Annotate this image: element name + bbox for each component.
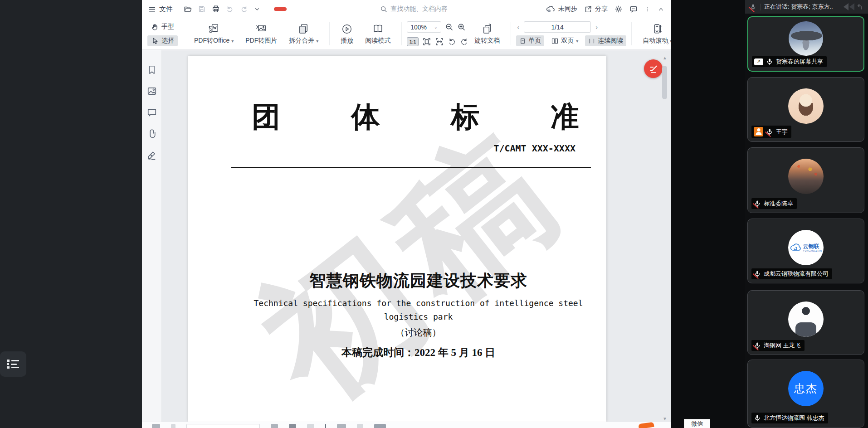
gear-icon[interactable] [614, 5, 623, 13]
wps-pdf-window: 文件 查找功能、文档内容 未同步 分享 [142, 0, 671, 428]
status-icon-stub [152, 424, 160, 428]
save-icon[interactable] [198, 5, 206, 13]
pdf-to-image-icon [255, 23, 268, 35]
redo-icon[interactable] [240, 5, 248, 13]
outline-panel-button[interactable] [0, 351, 26, 377]
participant-name: 王宇 [776, 128, 788, 136]
rotate-document-button[interactable]: 旋转文档 [468, 20, 506, 47]
search-placeholder: 查找功能、文档内容 [390, 5, 448, 13]
print-icon[interactable] [212, 5, 220, 13]
desktop-gap: 微信 [671, 0, 745, 428]
participant-tile[interactable]: 淘钢网 王龙飞 [747, 290, 864, 355]
participant-tag: 标准委陈卓 [751, 198, 797, 209]
search-box[interactable]: 查找功能、文档内容 [380, 5, 455, 13]
toolbar-expand-arrow[interactable]: › [667, 40, 669, 46]
signature-pen-icon[interactable] [147, 150, 157, 160]
participant-tile[interactable]: 云钢联 YUNGANGLIAN 成都云钢联物流有限公司 [747, 219, 864, 283]
ribbon-tabs [274, 7, 360, 11]
next-page-button[interactable]: › [595, 23, 599, 31]
avatar: 云钢联 YUNGANGLIAN [788, 230, 824, 265]
scroll-up-arrow[interactable]: ▲ [663, 55, 667, 60]
zoom-level-select[interactable]: 100% ⌄ [407, 21, 441, 33]
rotate-document-label: 旋转文档 [474, 37, 500, 45]
logo-subtext: YUNGANGLIAN [803, 250, 822, 252]
fit-page-icon[interactable] [422, 37, 431, 46]
dropdown-caret: ▾ [231, 39, 234, 44]
split-merge-icon [297, 23, 310, 35]
my-mic-muted-icon[interactable] [750, 4, 756, 10]
document-subtitle-en-1: Technical specifications for the constru… [220, 298, 606, 308]
open-folder-icon[interactable] [184, 5, 192, 13]
auto-scroll-button[interactable]: 自动滚动 ▾ [637, 20, 671, 47]
participant-tile[interactable]: 标准委陈卓 [747, 147, 864, 213]
attachment-icon[interactable] [147, 129, 157, 139]
chevron-down-icon[interactable] [254, 6, 260, 12]
mic-icon [766, 58, 773, 65]
actual-size-button[interactable]: 1:1 [407, 37, 419, 46]
select-tool-button[interactable]: 选择 [147, 35, 178, 46]
participant-tile[interactable]: 王宇 [747, 77, 864, 142]
edit-pdf-fab[interactable] [644, 59, 663, 78]
page-indicator[interactable]: 1/14 [524, 21, 591, 33]
hand-tool-button[interactable]: 手型 [147, 21, 178, 32]
reading-mode-button[interactable]: 阅读模式 [359, 20, 396, 47]
company-logo: 云钢联 YUNGANGLIAN [790, 243, 822, 252]
scroll-down-arrow[interactable]: ▼ [663, 416, 667, 421]
file-menu[interactable]: 文件 [148, 5, 173, 14]
undo-icon[interactable] [226, 5, 234, 13]
prev-page-button[interactable]: ‹ [516, 23, 520, 31]
file-menu-label: 文件 [159, 5, 173, 14]
status-icon-stub [337, 424, 346, 428]
single-page-button[interactable]: 单页 [516, 35, 544, 46]
wechat-tooltip: 微信 [684, 419, 710, 428]
avatar-initials: 忠杰 [794, 381, 818, 396]
participant-tag: 成都云钢联物流有限公司 [751, 268, 832, 279]
reply-arrow-icon[interactable] [855, 3, 863, 10]
avatar [789, 21, 823, 56]
vertical-scrollbar-thumb[interactable] [662, 66, 667, 99]
status-bar-partial [142, 422, 671, 428]
comment-icon[interactable] [147, 107, 157, 117]
pdf-to-image-label: PDF转图片 [245, 37, 277, 45]
zoom-level-value: 100% [410, 24, 427, 31]
share-icon[interactable] [584, 5, 592, 13]
screen: 文件 查找功能、文档内容 未同步 分享 [0, 0, 868, 428]
mic-icon [766, 128, 773, 136]
panel-collapse-icon-2[interactable] [849, 3, 854, 10]
draft-label: （讨论稿） [220, 326, 606, 339]
participant-tag: 北方恒达物流园 韩忠杰 [751, 413, 828, 423]
list-icon [7, 358, 19, 370]
rotate-cw-icon[interactable] [460, 38, 468, 46]
more-kebab-icon[interactable] [644, 5, 651, 13]
panel-collapse-icon[interactable] [844, 3, 848, 10]
double-page-button[interactable]: 双页 ▾ [548, 35, 581, 46]
split-merge-button[interactable]: 拆分合并 ▾ [283, 20, 324, 47]
single-page-icon [519, 38, 526, 44]
avatar: 忠杰 [788, 371, 824, 406]
document-area[interactable]: 初稿 团 体 标 准 T/CAMT XXX-XXXX 智慧钢铁物流园建设技术要求… [162, 50, 671, 422]
fit-width-icon[interactable] [435, 37, 444, 46]
pdf-to-office-button[interactable]: PDF转Office ▾ [188, 20, 239, 47]
collapse-ribbon-icon[interactable] [658, 6, 664, 13]
participant-tile[interactable]: ↗ 贺宗春的屏幕共享 [747, 16, 864, 72]
screen-share-badge: ↗ [754, 58, 763, 65]
zoom-out-icon[interactable] [445, 23, 454, 31]
rotate-ccw-icon[interactable] [448, 38, 456, 46]
participant-name: 北方恒达物流园 韩忠杰 [764, 414, 824, 422]
double-page-label: 双页 [561, 37, 574, 45]
image-icon[interactable] [147, 86, 157, 96]
cloud-sync-icon[interactable] [546, 5, 556, 13]
play-button[interactable]: 播放 [335, 20, 359, 47]
zoom-in-icon[interactable] [457, 23, 466, 31]
status-icon-stub [289, 424, 296, 428]
participant-name: 淘钢网 王龙飞 [764, 341, 801, 350]
status-icon-stub [325, 424, 326, 428]
ribbon-tab[interactable] [274, 7, 287, 11]
member-badge [754, 127, 763, 136]
bookmark-icon[interactable] [147, 65, 157, 75]
participant-tile[interactable]: 忠杰 [747, 360, 864, 428]
continuous-reading-button[interactable]: 连续阅读 [585, 35, 626, 46]
feedback-chat-icon[interactable] [629, 5, 638, 13]
pdf-to-image-button[interactable]: PDF转图片 [239, 20, 283, 47]
hand-icon [151, 23, 159, 31]
